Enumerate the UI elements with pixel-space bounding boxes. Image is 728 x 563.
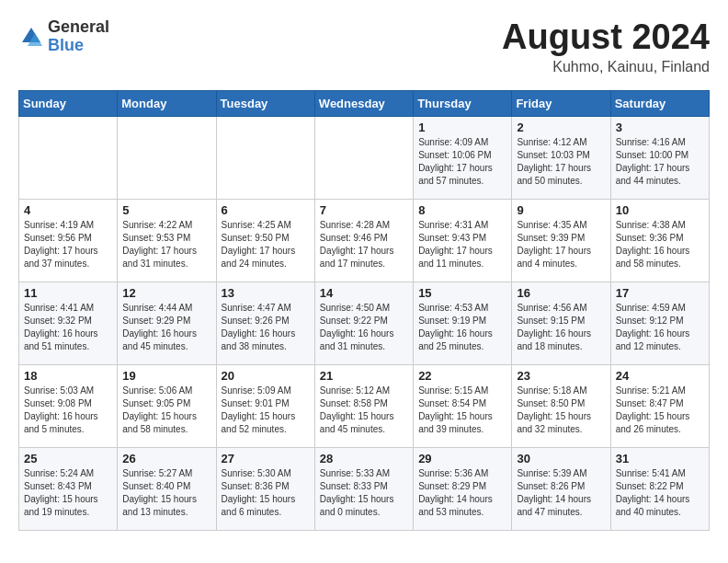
day-number: 15 (418, 286, 506, 300)
day-number: 13 (222, 286, 310, 300)
calendar-cell: 29Sunrise: 5:36 AM Sunset: 8:29 PM Dayli… (414, 447, 512, 530)
day-detail: Sunrise: 5:33 AM Sunset: 8:33 PM Dayligh… (320, 467, 408, 519)
location-subtitle: Kuhmo, Kainuu, Finland (502, 59, 710, 75)
calendar-cell (314, 116, 413, 199)
day-number: 25 (24, 452, 112, 465)
col-header-monday: Monday (118, 90, 216, 116)
calendar-cell: 9Sunrise: 4:35 AM Sunset: 9:39 PM Daylig… (512, 199, 610, 282)
day-number: 16 (517, 286, 605, 300)
calendar-cell: 10Sunrise: 4:38 AM Sunset: 9:36 PM Dayli… (610, 199, 709, 282)
calendar-cell: 28Sunrise: 5:33 AM Sunset: 8:33 PM Dayli… (314, 447, 413, 530)
day-number: 14 (320, 286, 408, 300)
calendar-header-row: SundayMondayTuesdayWednesdayThursdayFrid… (19, 90, 710, 116)
calendar-cell: 20Sunrise: 5:09 AM Sunset: 9:01 PM Dayli… (216, 364, 314, 447)
calendar-cell: 17Sunrise: 4:59 AM Sunset: 9:12 PM Dayli… (610, 282, 709, 364)
day-detail: Sunrise: 5:27 AM Sunset: 8:40 PM Dayligh… (122, 467, 210, 519)
month-year-title: August 2024 (502, 18, 710, 57)
calendar-cell (216, 116, 314, 199)
day-number: 12 (122, 286, 210, 300)
calendar-cell (118, 116, 216, 199)
day-detail: Sunrise: 5:18 AM Sunset: 8:50 PM Dayligh… (517, 385, 605, 436)
day-detail: Sunrise: 5:09 AM Sunset: 9:01 PM Dayligh… (222, 385, 310, 436)
calendar-cell: 3Sunrise: 4:16 AM Sunset: 10:00 PM Dayli… (610, 116, 709, 199)
col-header-sunday: Sunday (19, 90, 118, 116)
calendar-cell: 11Sunrise: 4:41 AM Sunset: 9:32 PM Dayli… (19, 282, 118, 364)
col-header-saturday: Saturday (610, 90, 709, 116)
calendar-cell: 14Sunrise: 4:50 AM Sunset: 9:22 PM Dayli… (314, 282, 413, 364)
day-detail: Sunrise: 5:41 AM Sunset: 8:22 PM Dayligh… (616, 467, 704, 519)
day-number: 8 (418, 203, 506, 217)
day-detail: Sunrise: 4:41 AM Sunset: 9:32 PM Dayligh… (24, 302, 112, 353)
calendar-cell: 18Sunrise: 5:03 AM Sunset: 9:08 PM Dayli… (19, 364, 118, 447)
calendar-cell: 21Sunrise: 5:12 AM Sunset: 8:58 PM Dayli… (314, 364, 413, 447)
day-detail: Sunrise: 4:16 AM Sunset: 10:00 PM Daylig… (616, 136, 704, 188)
calendar-cell: 26Sunrise: 5:27 AM Sunset: 8:40 PM Dayli… (118, 447, 216, 530)
day-detail: Sunrise: 4:50 AM Sunset: 9:22 PM Dayligh… (320, 302, 408, 353)
day-number: 18 (24, 369, 112, 383)
day-detail: Sunrise: 4:22 AM Sunset: 9:53 PM Dayligh… (122, 219, 210, 270)
day-detail: Sunrise: 5:39 AM Sunset: 8:26 PM Dayligh… (517, 467, 605, 519)
calendar-cell: 24Sunrise: 5:21 AM Sunset: 8:47 PM Dayli… (610, 364, 709, 447)
day-number: 3 (616, 121, 704, 134)
day-detail: Sunrise: 4:44 AM Sunset: 9:29 PM Dayligh… (122, 302, 210, 353)
col-header-thursday: Thursday (414, 90, 512, 116)
day-detail: Sunrise: 4:38 AM Sunset: 9:36 PM Dayligh… (616, 219, 704, 270)
calendar-cell: 2Sunrise: 4:12 AM Sunset: 10:03 PM Dayli… (512, 116, 610, 199)
col-header-wednesday: Wednesday (314, 90, 413, 116)
day-detail: Sunrise: 4:35 AM Sunset: 9:39 PM Dayligh… (517, 219, 605, 270)
day-number: 23 (517, 369, 605, 383)
calendar-cell: 16Sunrise: 4:56 AM Sunset: 9:15 PM Dayli… (512, 282, 610, 364)
title-block: August 2024 Kuhmo, Kainuu, Finland (502, 18, 710, 75)
day-number: 29 (418, 452, 506, 465)
calendar-cell: 1Sunrise: 4:09 AM Sunset: 10:06 PM Dayli… (414, 116, 512, 199)
day-detail: Sunrise: 4:47 AM Sunset: 9:26 PM Dayligh… (222, 302, 310, 353)
day-detail: Sunrise: 5:24 AM Sunset: 8:43 PM Dayligh… (24, 467, 112, 519)
day-number: 22 (418, 369, 506, 383)
calendar-week-row: 18Sunrise: 5:03 AM Sunset: 9:08 PM Dayli… (19, 364, 710, 447)
calendar-cell: 23Sunrise: 5:18 AM Sunset: 8:50 PM Dayli… (512, 364, 610, 447)
calendar-cell: 25Sunrise: 5:24 AM Sunset: 8:43 PM Dayli… (19, 447, 118, 530)
calendar-week-row: 4Sunrise: 4:19 AM Sunset: 9:56 PM Daylig… (19, 199, 710, 282)
day-detail: Sunrise: 4:19 AM Sunset: 9:56 PM Dayligh… (24, 219, 112, 270)
day-number: 7 (320, 203, 408, 217)
calendar-cell: 6Sunrise: 4:25 AM Sunset: 9:50 PM Daylig… (216, 199, 314, 282)
calendar-cell: 19Sunrise: 5:06 AM Sunset: 9:05 PM Dayli… (118, 364, 216, 447)
day-detail: Sunrise: 4:28 AM Sunset: 9:46 PM Dayligh… (320, 219, 408, 270)
day-detail: Sunrise: 5:12 AM Sunset: 8:58 PM Dayligh… (320, 385, 408, 436)
day-number: 4 (24, 203, 112, 217)
day-number: 19 (122, 369, 210, 383)
day-detail: Sunrise: 4:25 AM Sunset: 9:50 PM Dayligh… (222, 219, 310, 270)
day-number: 31 (616, 452, 704, 465)
day-detail: Sunrise: 4:31 AM Sunset: 9:43 PM Dayligh… (418, 219, 506, 270)
day-number: 27 (222, 452, 310, 465)
col-header-tuesday: Tuesday (216, 90, 314, 116)
day-number: 21 (320, 369, 408, 383)
day-number: 20 (222, 369, 310, 383)
logo-icon (18, 24, 44, 50)
calendar-cell: 30Sunrise: 5:39 AM Sunset: 8:26 PM Dayli… (512, 447, 610, 530)
calendar-cell: 15Sunrise: 4:53 AM Sunset: 9:19 PM Dayli… (414, 282, 512, 364)
day-detail: Sunrise: 4:56 AM Sunset: 9:15 PM Dayligh… (517, 302, 605, 353)
calendar-table: SundayMondayTuesdayWednesdayThursdayFrid… (18, 90, 710, 531)
day-number: 30 (517, 452, 605, 465)
calendar-cell: 13Sunrise: 4:47 AM Sunset: 9:26 PM Dayli… (216, 282, 314, 364)
calendar-cell (19, 116, 118, 199)
page-header: General Blue August 2024 Kuhmo, Kainuu, … (18, 18, 710, 75)
calendar-cell: 31Sunrise: 5:41 AM Sunset: 8:22 PM Dayli… (610, 447, 709, 530)
day-detail: Sunrise: 4:59 AM Sunset: 9:12 PM Dayligh… (616, 302, 704, 353)
calendar-week-row: 1Sunrise: 4:09 AM Sunset: 10:06 PM Dayli… (19, 116, 710, 199)
day-number: 6 (222, 203, 310, 217)
day-detail: Sunrise: 5:15 AM Sunset: 8:54 PM Dayligh… (418, 385, 506, 436)
calendar-cell: 22Sunrise: 5:15 AM Sunset: 8:54 PM Dayli… (414, 364, 512, 447)
calendar-cell: 27Sunrise: 5:30 AM Sunset: 8:36 PM Dayli… (216, 447, 314, 530)
day-detail: Sunrise: 5:03 AM Sunset: 9:08 PM Dayligh… (24, 385, 112, 436)
day-number: 11 (24, 286, 112, 300)
calendar-cell: 7Sunrise: 4:28 AM Sunset: 9:46 PM Daylig… (314, 199, 413, 282)
calendar-week-row: 11Sunrise: 4:41 AM Sunset: 9:32 PM Dayli… (19, 282, 710, 364)
day-number: 9 (517, 203, 605, 217)
day-detail: Sunrise: 5:21 AM Sunset: 8:47 PM Dayligh… (616, 385, 704, 436)
logo-general: General (48, 18, 109, 37)
day-detail: Sunrise: 5:30 AM Sunset: 8:36 PM Dayligh… (222, 467, 310, 519)
day-detail: Sunrise: 4:53 AM Sunset: 9:19 PM Dayligh… (418, 302, 506, 353)
logo-text: General Blue (48, 18, 109, 55)
